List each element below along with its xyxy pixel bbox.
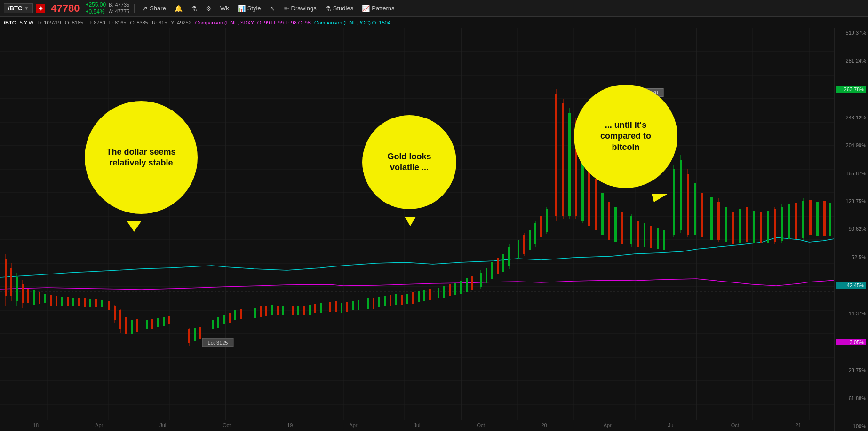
- style-button[interactable]: 📊 Style: [235, 4, 264, 13]
- chart-type-icon[interactable]: ◈: [36, 4, 45, 13]
- svg-rect-70: [212, 320, 214, 329]
- svg-rect-52: [101, 300, 103, 307]
- svg-rect-53: [108, 301, 110, 310]
- svg-rect-60: [136, 319, 138, 332]
- flask-icon: ⚗: [191, 5, 197, 12]
- alert-button[interactable]: 🔔: [172, 4, 185, 13]
- svg-rect-90: [341, 303, 342, 313]
- x-label-jul1: Jul: [159, 423, 166, 428]
- svg-rect-124: [529, 230, 531, 250]
- svg-rect-72: [223, 315, 225, 324]
- patterns-button[interactable]: 📈 Patterns: [359, 4, 397, 13]
- svg-rect-151: [657, 228, 659, 249]
- x-label-jul2: Jul: [414, 423, 420, 428]
- x-label-18: 18: [33, 423, 39, 428]
- studies-button[interactable]: ⚗ Studies: [322, 4, 356, 13]
- svg-rect-58: [125, 317, 127, 334]
- y-label-neg61: -61.88%: [836, 395, 866, 401]
- settings-button[interactable]: ⚙: [203, 4, 215, 13]
- x-label-apr1: Apr: [95, 423, 103, 428]
- svg-rect-103: [418, 291, 420, 302]
- drawings-button[interactable]: ✏ Drawings: [281, 4, 319, 13]
- infobar-open: O: 8185: [65, 20, 83, 25]
- svg-rect-84: [303, 306, 305, 315]
- svg-rect-64: [163, 317, 165, 326]
- share-button[interactable]: ↗ Share: [139, 4, 169, 13]
- gold-line: [0, 237, 834, 277]
- svg-rect-40: [33, 290, 35, 305]
- svg-rect-95: [373, 298, 374, 309]
- svg-rect-86: [314, 304, 316, 313]
- svg-rect-81: [282, 306, 284, 315]
- y-label-14: 14.37%: [836, 311, 866, 316]
- svg-rect-62: [151, 319, 153, 329]
- svg-rect-87: [320, 303, 322, 313]
- svg-rect-167: [746, 207, 748, 242]
- ticker-label: /BTC: [8, 5, 22, 12]
- svg-rect-83: [297, 306, 299, 315]
- svg-rect-63: [157, 318, 159, 327]
- ticker-selector[interactable]: /BTC ▼: [4, 3, 33, 13]
- flask-button[interactable]: ⚗: [188, 4, 200, 13]
- x-label-19: 19: [287, 423, 293, 428]
- svg-rect-110: [460, 281, 462, 294]
- svg-rect-144: [614, 207, 617, 242]
- infobar-y: Y: 49252: [171, 20, 191, 25]
- svg-rect-148: [637, 221, 639, 247]
- cursor-icon: ↖: [270, 5, 275, 12]
- svg-rect-68: [194, 328, 196, 341]
- svg-text:Lo: 3125: Lo: 3125: [208, 340, 228, 345]
- svg-rect-73: [229, 313, 231, 323]
- bubble-gold: Gold looks volatile ...: [362, 115, 456, 209]
- svg-rect-105: [429, 289, 431, 300]
- drawings-icon: ✏: [284, 5, 289, 12]
- svg-rect-49: [84, 298, 86, 307]
- svg-rect-44: [56, 296, 57, 306]
- chart-area[interactable]: Hi: 48980 Lo: 3125 519.37% 281.24% 263.7…: [0, 28, 868, 431]
- svg-rect-51: [95, 299, 97, 307]
- cursor-button[interactable]: ↖: [267, 4, 278, 13]
- svg-rect-106: [438, 288, 439, 298]
- svg-rect-115: [486, 268, 487, 283]
- svg-rect-74: [234, 310, 236, 320]
- svg-rect-43: [50, 295, 52, 306]
- svg-rect-127: [540, 216, 542, 237]
- svg-rect-160: [701, 193, 703, 237]
- svg-rect-92: [352, 301, 354, 310]
- svg-rect-80: [277, 306, 279, 315]
- y-label-243: 243.12%: [836, 115, 866, 120]
- svg-rect-88: [329, 302, 331, 312]
- svg-rect-159: [694, 183, 696, 235]
- svg-rect-111: [466, 278, 468, 292]
- x-axis: 18 Apr Jul Oct 19 Apr Jul Oct 20 Apr Jul…: [0, 420, 834, 431]
- svg-rect-42: [44, 294, 46, 303]
- infobar-ticker: /BTC: [4, 20, 16, 25]
- svg-rect-152: [663, 230, 665, 250]
- svg-rect-93: [358, 300, 359, 310]
- svg-rect-104: [423, 290, 425, 301]
- style-icon: 📊: [238, 5, 246, 12]
- y-label-128: 128.75%: [836, 198, 866, 204]
- svg-rect-170: [767, 211, 769, 243]
- svg-rect-108: [449, 284, 451, 296]
- y-badge-green: 263.78%: [836, 86, 866, 93]
- svg-rect-164: [725, 207, 727, 242]
- svg-rect-47: [72, 298, 74, 306]
- share-icon: ↗: [142, 5, 148, 12]
- price-chart-svg: Hi: 48980 Lo: 3125: [0, 28, 834, 420]
- svg-rect-82: [292, 306, 294, 315]
- svg-rect-75: [240, 309, 242, 319]
- comparison-dxy: Comparison (LINE, $DXY) O: 99 H: 99 L: 9…: [195, 20, 311, 25]
- patterns-icon: 📈: [362, 5, 370, 12]
- timeframe-button[interactable]: Wk: [217, 4, 232, 13]
- alert-icon: 🔔: [175, 5, 183, 12]
- svg-rect-97: [384, 296, 386, 306]
- grid-lines: [0, 28, 834, 420]
- y-label-90: 90.62%: [836, 226, 866, 232]
- y-label-281: 281.24%: [836, 58, 866, 63]
- y-label-52: 52.5%: [836, 254, 866, 260]
- svg-rect-166: [739, 209, 741, 243]
- x-label-oct1: Oct: [223, 423, 231, 428]
- price-change: +255.00 +0.54%: [85, 1, 106, 15]
- bid-ask: B: 47735 A: 47775: [109, 2, 129, 14]
